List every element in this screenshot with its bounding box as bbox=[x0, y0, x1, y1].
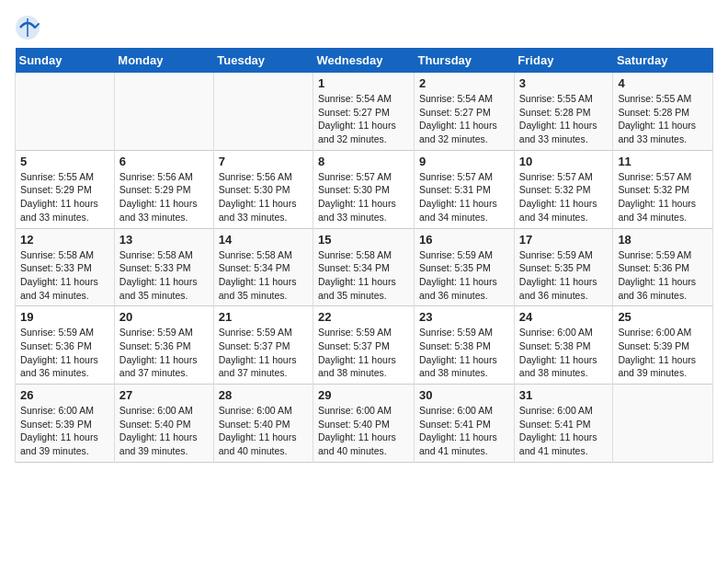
day-content: Sunrise: 5:58 AM Sunset: 5:34 PM Dayligh… bbox=[318, 248, 409, 303]
day-content: Sunrise: 5:56 AM Sunset: 5:29 PM Dayligh… bbox=[119, 170, 209, 224]
calendar-cell: 24Sunrise: 6:00 AM Sunset: 5:38 PM Dayli… bbox=[514, 306, 613, 385]
logo bbox=[15, 15, 44, 40]
week-row-4: 19Sunrise: 5:59 AM Sunset: 5:36 PM Dayli… bbox=[16, 306, 713, 385]
day-number: 11 bbox=[618, 155, 708, 168]
day-number: 17 bbox=[519, 233, 609, 247]
calendar-cell: 8Sunrise: 5:57 AM Sunset: 5:30 PM Daylig… bbox=[313, 150, 415, 228]
day-content: Sunrise: 5:55 AM Sunset: 5:28 PM Dayligh… bbox=[519, 92, 609, 146]
calendar-cell: 31Sunrise: 6:00 AM Sunset: 5:41 PM Dayli… bbox=[514, 385, 613, 463]
calendar-cell: 10Sunrise: 5:57 AM Sunset: 5:32 PM Dayli… bbox=[514, 150, 613, 228]
day-number: 9 bbox=[419, 155, 509, 168]
calendar-cell: 20Sunrise: 5:59 AM Sunset: 5:36 PM Dayli… bbox=[114, 306, 213, 385]
day-number: 12 bbox=[20, 233, 109, 247]
page-header bbox=[15, 15, 713, 40]
header-tuesday: Tuesday bbox=[213, 48, 313, 73]
calendar-cell: 5Sunrise: 5:55 AM Sunset: 5:29 PM Daylig… bbox=[16, 150, 115, 228]
day-number: 4 bbox=[618, 76, 708, 90]
calendar-cell: 15Sunrise: 5:58 AM Sunset: 5:34 PM Dayli… bbox=[313, 228, 415, 306]
calendar-cell: 1Sunrise: 5:54 AM Sunset: 5:27 PM Daylig… bbox=[313, 73, 415, 150]
calendar-cell: 2Sunrise: 5:54 AM Sunset: 5:27 PM Daylig… bbox=[415, 73, 515, 150]
calendar-body: 1Sunrise: 5:54 AM Sunset: 5:27 PM Daylig… bbox=[16, 73, 713, 462]
day-content: Sunrise: 5:59 AM Sunset: 5:35 PM Dayligh… bbox=[419, 248, 509, 303]
day-content: Sunrise: 5:58 AM Sunset: 5:33 PM Dayligh… bbox=[119, 248, 209, 303]
header-thursday: Thursday bbox=[415, 48, 515, 73]
calendar-cell: 30Sunrise: 6:00 AM Sunset: 5:41 PM Dayli… bbox=[415, 385, 515, 463]
day-number: 6 bbox=[119, 155, 209, 168]
day-number: 14 bbox=[219, 233, 308, 247]
day-number: 26 bbox=[20, 388, 109, 402]
calendar-cell: 14Sunrise: 5:58 AM Sunset: 5:34 PM Dayli… bbox=[213, 228, 313, 306]
calendar-cell: 29Sunrise: 6:00 AM Sunset: 5:40 PM Dayli… bbox=[313, 385, 415, 463]
day-content: Sunrise: 5:59 AM Sunset: 5:37 PM Dayligh… bbox=[219, 326, 308, 380]
day-number: 24 bbox=[519, 310, 609, 324]
calendar-cell: 26Sunrise: 6:00 AM Sunset: 5:39 PM Dayli… bbox=[16, 385, 115, 463]
week-row-3: 12Sunrise: 5:58 AM Sunset: 5:33 PM Dayli… bbox=[16, 228, 713, 306]
day-number: 30 bbox=[419, 388, 509, 402]
day-number: 19 bbox=[20, 310, 109, 324]
day-number: 5 bbox=[20, 155, 109, 168]
day-content: Sunrise: 6:00 AM Sunset: 5:40 PM Dayligh… bbox=[219, 404, 308, 458]
calendar-cell: 17Sunrise: 5:59 AM Sunset: 5:35 PM Dayli… bbox=[514, 228, 613, 306]
calendar-cell bbox=[16, 73, 115, 150]
day-number: 2 bbox=[419, 76, 509, 90]
day-content: Sunrise: 5:59 AM Sunset: 5:36 PM Dayligh… bbox=[618, 248, 708, 303]
day-content: Sunrise: 5:54 AM Sunset: 5:27 PM Dayligh… bbox=[419, 92, 509, 146]
day-content: Sunrise: 6:00 AM Sunset: 5:39 PM Dayligh… bbox=[618, 326, 708, 380]
day-content: Sunrise: 5:55 AM Sunset: 5:29 PM Dayligh… bbox=[20, 170, 109, 224]
header-row: SundayMondayTuesdayWednesdayThursdayFrid… bbox=[16, 48, 713, 73]
calendar-cell: 25Sunrise: 6:00 AM Sunset: 5:39 PM Dayli… bbox=[613, 306, 713, 385]
day-number: 29 bbox=[318, 388, 409, 402]
calendar-cell: 4Sunrise: 5:55 AM Sunset: 5:28 PM Daylig… bbox=[613, 73, 713, 150]
day-number: 7 bbox=[219, 155, 308, 168]
day-number: 31 bbox=[519, 388, 609, 402]
header-sunday: Sunday bbox=[16, 48, 115, 73]
calendar-cell: 13Sunrise: 5:58 AM Sunset: 5:33 PM Dayli… bbox=[114, 228, 213, 306]
day-content: Sunrise: 5:59 AM Sunset: 5:36 PM Dayligh… bbox=[119, 326, 209, 380]
day-content: Sunrise: 6:00 AM Sunset: 5:41 PM Dayligh… bbox=[419, 404, 509, 458]
calendar-cell: 3Sunrise: 5:55 AM Sunset: 5:28 PM Daylig… bbox=[514, 73, 613, 150]
day-content: Sunrise: 5:57 AM Sunset: 5:30 PM Dayligh… bbox=[318, 170, 409, 224]
calendar-cell: 27Sunrise: 6:00 AM Sunset: 5:40 PM Dayli… bbox=[114, 385, 213, 463]
calendar-cell: 16Sunrise: 5:59 AM Sunset: 5:35 PM Dayli… bbox=[415, 228, 515, 306]
day-number: 16 bbox=[419, 233, 509, 247]
calendar-cell: 28Sunrise: 6:00 AM Sunset: 5:40 PM Dayli… bbox=[213, 385, 313, 463]
week-row-2: 5Sunrise: 5:55 AM Sunset: 5:29 PM Daylig… bbox=[16, 150, 713, 228]
header-saturday: Saturday bbox=[613, 48, 713, 73]
calendar-header: SundayMondayTuesdayWednesdayThursdayFrid… bbox=[16, 48, 713, 73]
day-content: Sunrise: 6:00 AM Sunset: 5:40 PM Dayligh… bbox=[318, 404, 409, 458]
day-content: Sunrise: 5:59 AM Sunset: 5:36 PM Dayligh… bbox=[20, 326, 109, 380]
day-content: Sunrise: 5:59 AM Sunset: 5:38 PM Dayligh… bbox=[419, 326, 509, 380]
day-content: Sunrise: 5:59 AM Sunset: 5:35 PM Dayligh… bbox=[519, 248, 609, 303]
day-content: Sunrise: 6:00 AM Sunset: 5:38 PM Dayligh… bbox=[519, 326, 609, 380]
day-number: 25 bbox=[618, 310, 708, 324]
calendar-cell: 7Sunrise: 5:56 AM Sunset: 5:30 PM Daylig… bbox=[213, 150, 313, 228]
day-number: 23 bbox=[419, 310, 509, 324]
day-content: Sunrise: 5:57 AM Sunset: 5:31 PM Dayligh… bbox=[419, 170, 509, 224]
day-content: Sunrise: 6:00 AM Sunset: 5:40 PM Dayligh… bbox=[119, 404, 209, 458]
day-content: Sunrise: 5:58 AM Sunset: 5:34 PM Dayligh… bbox=[219, 248, 308, 303]
day-number: 3 bbox=[519, 76, 609, 90]
day-content: Sunrise: 5:54 AM Sunset: 5:27 PM Dayligh… bbox=[318, 92, 409, 146]
day-content: Sunrise: 5:57 AM Sunset: 5:32 PM Dayligh… bbox=[618, 170, 708, 224]
day-content: Sunrise: 6:00 AM Sunset: 5:39 PM Dayligh… bbox=[20, 404, 109, 458]
day-number: 13 bbox=[119, 233, 209, 247]
day-number: 8 bbox=[318, 155, 409, 168]
week-row-5: 26Sunrise: 6:00 AM Sunset: 5:39 PM Dayli… bbox=[16, 385, 713, 463]
header-friday: Friday bbox=[514, 48, 613, 73]
calendar-cell bbox=[213, 73, 313, 150]
calendar-cell: 19Sunrise: 5:59 AM Sunset: 5:36 PM Dayli… bbox=[16, 306, 115, 385]
header-wednesday: Wednesday bbox=[313, 48, 415, 73]
day-number: 28 bbox=[219, 388, 308, 402]
day-number: 10 bbox=[519, 155, 609, 168]
day-content: Sunrise: 6:00 AM Sunset: 5:41 PM Dayligh… bbox=[519, 404, 609, 458]
day-content: Sunrise: 5:57 AM Sunset: 5:32 PM Dayligh… bbox=[519, 170, 609, 224]
day-number: 20 bbox=[119, 310, 209, 324]
day-number: 21 bbox=[219, 310, 308, 324]
day-content: Sunrise: 5:56 AM Sunset: 5:30 PM Dayligh… bbox=[219, 170, 308, 224]
calendar-cell: 21Sunrise: 5:59 AM Sunset: 5:37 PM Dayli… bbox=[213, 306, 313, 385]
day-number: 18 bbox=[618, 233, 708, 247]
logo-icon bbox=[15, 15, 40, 40]
calendar-cell: 23Sunrise: 5:59 AM Sunset: 5:38 PM Dayli… bbox=[415, 306, 515, 385]
calendar-cell bbox=[114, 73, 213, 150]
calendar-cell: 9Sunrise: 5:57 AM Sunset: 5:31 PM Daylig… bbox=[415, 150, 515, 228]
